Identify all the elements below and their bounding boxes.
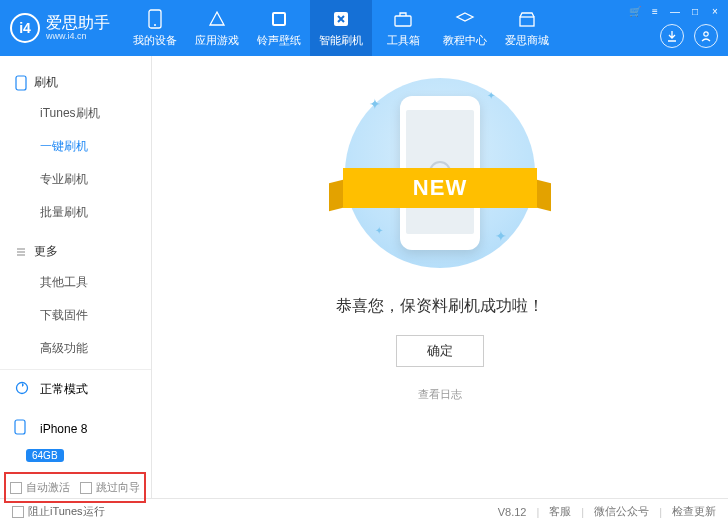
brand-name: 爱思助手 bbox=[46, 15, 110, 31]
window-controls: 🛒 ≡ — □ × bbox=[628, 4, 722, 18]
success-message: 恭喜您，保资料刷机成功啦！ bbox=[152, 296, 728, 317]
brand-logo: i4 爱思助手 www.i4.cn bbox=[0, 13, 124, 43]
maximize-icon[interactable]: □ bbox=[688, 4, 702, 18]
sidebar-section-flash[interactable]: 刷机 bbox=[0, 68, 151, 97]
device-capacity: 64GB bbox=[26, 448, 151, 462]
checkbox-label: 阻止iTunes运行 bbox=[28, 504, 105, 519]
user-button[interactable] bbox=[694, 24, 718, 48]
store-icon bbox=[517, 9, 537, 29]
phone-icon bbox=[148, 9, 162, 29]
tab-label: 工具箱 bbox=[387, 33, 420, 48]
logo-icon: i4 bbox=[10, 13, 40, 43]
tab-apps[interactable]: 应用游戏 bbox=[186, 0, 248, 56]
sidebar-item-batch-flash[interactable]: 批量刷机 bbox=[0, 196, 151, 229]
device-mode-label: 正常模式 bbox=[40, 381, 88, 398]
device-mode-row[interactable]: 正常模式 bbox=[0, 370, 151, 409]
sidebar-section-title: 更多 bbox=[34, 243, 58, 260]
checkbox-block-itunes[interactable]: 阻止iTunes运行 bbox=[12, 504, 105, 519]
sidebar-item-other-tools[interactable]: 其他工具 bbox=[0, 266, 151, 299]
checkbox-icon bbox=[80, 482, 92, 494]
ok-button[interactable]: 确定 bbox=[396, 335, 484, 367]
svg-rect-10 bbox=[15, 420, 25, 434]
device-name: iPhone 8 bbox=[40, 422, 87, 436]
new-ribbon: NEW bbox=[343, 168, 537, 208]
main-tabs: 我的设备 应用游戏 铃声壁纸 智能刷机 工具箱 教程中心 爱思商城 bbox=[124, 0, 558, 56]
sparkle-icon: ✦ bbox=[369, 96, 381, 112]
download-button[interactable] bbox=[660, 24, 684, 48]
tab-toolbox[interactable]: 工具箱 bbox=[372, 0, 434, 56]
toolbox-icon bbox=[393, 9, 413, 29]
sidebar-item-advanced[interactable]: 高级功能 bbox=[0, 332, 151, 365]
cart-icon[interactable]: 🛒 bbox=[628, 4, 642, 18]
sparkle-icon: ✦ bbox=[375, 225, 383, 236]
device-info-row[interactable]: iPhone 8 bbox=[0, 409, 151, 448]
tab-ringtones[interactable]: 铃声壁纸 bbox=[248, 0, 310, 56]
main-content: ✦ ✦ ✦ ✦ NEW 恭喜您，保资料刷机成功啦！ 确定 查看日志 bbox=[152, 56, 728, 498]
checkbox-auto-activate[interactable]: 自动激活 bbox=[10, 480, 70, 495]
tab-label: 爱思商城 bbox=[505, 33, 549, 48]
view-log-link[interactable]: 查看日志 bbox=[152, 387, 728, 402]
svg-point-7 bbox=[704, 32, 708, 36]
sidebar: 刷机 iTunes刷机 一键刷机 专业刷机 批量刷机 更多 其他工具 下载固件 … bbox=[0, 56, 152, 498]
version-label: V8.12 bbox=[498, 506, 527, 518]
checkbox-label: 自动激活 bbox=[26, 480, 70, 495]
sidebar-item-itunes-flash[interactable]: iTunes刷机 bbox=[0, 97, 151, 130]
brand-url: www.i4.cn bbox=[46, 31, 110, 42]
sidebar-section-more[interactable]: 更多 bbox=[0, 237, 151, 266]
apps-icon bbox=[207, 9, 227, 29]
sidebar-item-download-firmware[interactable]: 下载固件 bbox=[0, 299, 151, 332]
svg-rect-6 bbox=[520, 17, 534, 26]
tab-store[interactable]: 爱思商城 bbox=[496, 0, 558, 56]
tab-my-device[interactable]: 我的设备 bbox=[124, 0, 186, 56]
checkbox-icon bbox=[12, 506, 24, 518]
check-update-link[interactable]: 检查更新 bbox=[672, 504, 716, 519]
minimize-icon[interactable]: — bbox=[668, 4, 682, 18]
svg-rect-8 bbox=[16, 76, 26, 90]
refresh-icon bbox=[14, 380, 32, 399]
sparkle-icon: ✦ bbox=[487, 90, 495, 101]
list-icon bbox=[14, 246, 28, 258]
sidebar-item-pro-flash[interactable]: 专业刷机 bbox=[0, 163, 151, 196]
flash-icon bbox=[332, 9, 350, 29]
wallpaper-icon bbox=[270, 9, 288, 29]
app-header: i4 爱思助手 www.i4.cn 我的设备 应用游戏 铃声壁纸 智能刷机 工具… bbox=[0, 0, 728, 56]
checkbox-skip-guide[interactable]: 跳过向导 bbox=[80, 480, 140, 495]
menu-icon[interactable]: ≡ bbox=[648, 4, 662, 18]
wechat-link[interactable]: 微信公众号 bbox=[594, 504, 649, 519]
svg-rect-5 bbox=[395, 16, 411, 26]
tab-label: 铃声壁纸 bbox=[257, 33, 301, 48]
options-highlight-box: 自动激活 跳过向导 bbox=[4, 472, 146, 503]
capacity-badge: 64GB bbox=[26, 449, 64, 462]
sidebar-item-onekey-flash[interactable]: 一键刷机 bbox=[0, 130, 151, 163]
device-phone-icon bbox=[14, 419, 32, 438]
tutorial-icon bbox=[455, 9, 475, 29]
checkbox-label: 跳过向导 bbox=[96, 480, 140, 495]
tab-label: 我的设备 bbox=[133, 33, 177, 48]
tab-label: 教程中心 bbox=[443, 33, 487, 48]
svg-rect-3 bbox=[274, 14, 284, 24]
phone-outline-icon bbox=[14, 75, 28, 91]
close-icon[interactable]: × bbox=[708, 4, 722, 18]
tab-label: 应用游戏 bbox=[195, 33, 239, 48]
sparkle-icon: ✦ bbox=[495, 228, 507, 244]
tab-tutorials[interactable]: 教程中心 bbox=[434, 0, 496, 56]
tab-flash[interactable]: 智能刷机 bbox=[310, 0, 372, 56]
sidebar-section-title: 刷机 bbox=[34, 74, 58, 91]
success-illustration: ✦ ✦ ✦ ✦ NEW bbox=[325, 78, 555, 268]
tab-label: 智能刷机 bbox=[319, 33, 363, 48]
svg-point-1 bbox=[154, 24, 156, 26]
support-link[interactable]: 客服 bbox=[549, 504, 571, 519]
checkbox-icon bbox=[10, 482, 22, 494]
